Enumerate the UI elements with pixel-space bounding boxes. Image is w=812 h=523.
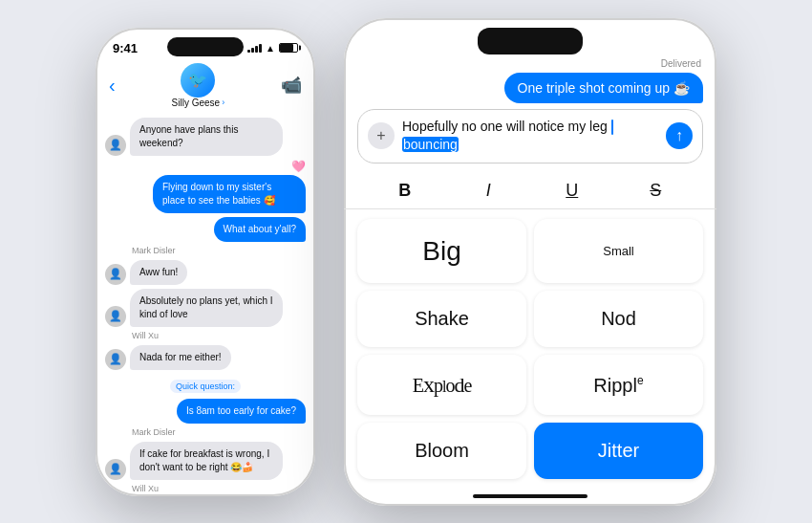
underline-button[interactable]: U [555, 181, 589, 201]
avatar: 👤 [105, 306, 126, 327]
bloom-effect-button[interactable]: Bloom [357, 423, 526, 479]
table-row: What about y'all? [105, 217, 306, 242]
table-row: 👤 Absolutely no plans yet, which I kind … [105, 289, 306, 327]
signal-icon [247, 43, 262, 53]
compose-text-before: Hopefully no one will notice my leg [402, 119, 611, 134]
battery-icon [279, 43, 298, 53]
contact-name: Silly Geese › [172, 98, 225, 108]
table-row: Is 8am too early for cake? [105, 399, 306, 424]
right-content: Delivered One triple shot coming up ☕ + … [344, 18, 716, 506]
messages-area: 👤 Anyone have plans this weekend? 🩷 Flyi… [96, 114, 315, 496]
explode-effect-button[interactable]: Explode [357, 355, 526, 415]
table-row: 👤 If cake for breakfast is wrong, I don'… [105, 442, 306, 480]
ripple-effect-button[interactable]: Ripple [534, 355, 703, 415]
table-row: 👤 Aww fun! [105, 260, 306, 285]
avatar: 👤 [105, 264, 126, 285]
time-display: 9:41 [113, 41, 138, 55]
scene: 9:41 ▲ ‹ 🐦 Silly Geese [76, 0, 736, 523]
shake-effect-button[interactable]: Shake [357, 291, 526, 347]
message-bubble: Anyone have plans this weekend? [130, 118, 283, 156]
italic-button[interactable]: I [471, 181, 505, 201]
message-bubble: Flying down to my sister's place to see … [153, 175, 306, 213]
sender-label: Will Xu [132, 331, 306, 340]
avatar: 👤 [105, 459, 126, 480]
table-row: 👤 Anyone have plans this weekend? [105, 118, 306, 156]
dynamic-island-left [167, 37, 244, 56]
small-effect-button[interactable]: Small [534, 219, 703, 284]
avatar: 👤 [105, 135, 126, 156]
format-toolbar: B I U S [344, 173, 716, 209]
sender-label: Mark Disler [132, 246, 306, 255]
message-bubble: Aww fun! [130, 260, 187, 285]
status-icons: ▲ [247, 43, 298, 54]
message-bubble: Absolutely no plans yet, which I kind of… [130, 289, 283, 327]
send-button[interactable]: ↑ [666, 122, 693, 149]
message-bubble: Nada for me either! [130, 345, 231, 370]
sent-message-row: One triple shot coming up ☕ [344, 73, 716, 103]
nod-effect-button[interactable]: Nod [534, 291, 703, 347]
video-call-button[interactable]: 📹 [281, 75, 302, 96]
right-iphone: Delivered One triple shot coming up ☕ + … [344, 18, 716, 506]
table-row: 🩷 Flying down to my sister's place to se… [105, 160, 306, 213]
jitter-effect-button[interactable]: Jitter [534, 423, 703, 479]
strikethrough-button[interactable]: S [638, 181, 673, 201]
wifi-icon: ▲ [266, 43, 275, 54]
compose-area[interactable]: + Hopefully no one will notice my leg bo… [357, 109, 703, 163]
avatar: 👤 [105, 349, 126, 370]
nav-bar: ‹ 🐦 Silly Geese › 📹 [96, 59, 315, 114]
contact-info[interactable]: 🐦 Silly Geese › [172, 63, 225, 108]
section-label: Quick question: [105, 376, 306, 393]
message-bubble: If cake for breakfast is wrong, I don't … [130, 442, 283, 480]
compose-plus-button[interactable]: + [368, 122, 395, 149]
message-bubble: Is 8am too early for cake? [177, 399, 306, 424]
dynamic-island-right [478, 28, 583, 54]
sender-label: Will Xu [132, 484, 306, 493]
selected-text: bouncing [402, 137, 459, 152]
home-indicator [473, 494, 588, 498]
message-bubble: What about y'all? [214, 217, 306, 242]
compose-input[interactable]: Hopefully no one will notice my leg boun… [402, 118, 658, 155]
back-button[interactable]: ‹ [109, 75, 116, 97]
text-cursor [611, 120, 613, 135]
bold-button[interactable]: B [388, 181, 422, 201]
delivered-label: Delivered [344, 56, 716, 73]
effects-grid: Big Small Shake Nod Explode Ripple [344, 209, 716, 489]
table-row: 👤 Nada for me either! [105, 345, 306, 370]
big-effect-button[interactable]: Big [357, 219, 526, 284]
sent-message-bubble: One triple shot coming up ☕ [504, 73, 703, 103]
left-iphone: 9:41 ▲ ‹ 🐦 Silly Geese [96, 28, 315, 496]
avatar: 🐦 [181, 63, 215, 98]
reaction-icon: 🩷 [291, 160, 306, 173]
sender-label: Mark Disler [132, 427, 306, 437]
